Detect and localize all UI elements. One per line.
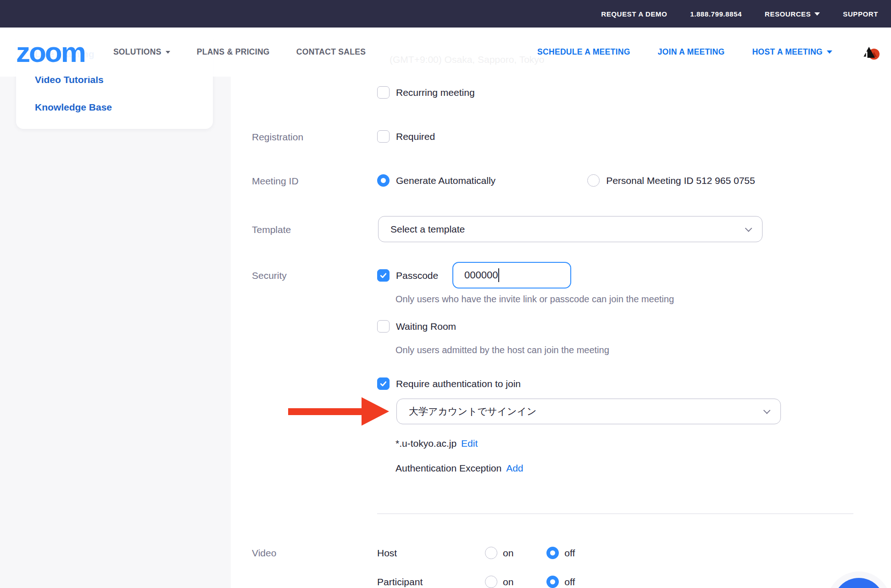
video-label: Video xyxy=(252,548,276,559)
passcode-row: Passcode xyxy=(377,269,438,282)
request-demo-link[interactable]: REQUEST A DEMO xyxy=(601,10,667,18)
top-utility-bar: REQUEST A DEMO 1.888.799.8854 RESOURCES … xyxy=(0,0,891,28)
passcode-value: 000000 xyxy=(464,269,498,281)
chevron-down-icon xyxy=(745,225,752,232)
participant-video-on-label: on xyxy=(503,577,513,588)
nav-solutions[interactable]: SOLUTIONS xyxy=(113,47,170,57)
primary-nav: SOLUTIONS PLANS & PRICING CONTACT SALES xyxy=(113,47,366,57)
red-arrow-annotation xyxy=(288,394,391,429)
main-header: zoom SOLUTIONS PLANS & PRICING CONTACT S… xyxy=(0,28,891,77)
meeting-nav: SCHEDULE A MEETING JOIN A MEETING HOST A… xyxy=(537,43,880,61)
resources-menu[interactable]: RESOURCES xyxy=(765,10,820,18)
passcode-helper-text: Only users who have the invite link or p… xyxy=(395,294,674,305)
nav-plans-pricing[interactable]: PLANS & PRICING xyxy=(197,47,270,57)
registration-row: Required xyxy=(377,130,435,143)
text-cursor xyxy=(498,268,499,282)
auth-domain-row: *.u-tokyo.ac.jp Edit xyxy=(395,438,478,449)
auth-exception-label: Authentication Exception xyxy=(395,463,501,474)
auth-method-select[interactable]: 大学アカウントでサインイン xyxy=(396,399,781,424)
waiting-room-label: Waiting Room xyxy=(396,321,456,332)
auth-domain-value: *.u-tokyo.ac.jp xyxy=(395,438,457,449)
personal-meeting-id-label: Personal Meeting ID 512 965 0755 xyxy=(606,175,755,186)
check-icon xyxy=(379,380,387,388)
video-host-row: Host on off xyxy=(377,547,575,559)
profile-avatar[interactable] xyxy=(860,43,880,61)
chevron-down-icon xyxy=(814,12,820,16)
participant-video-off-label: off xyxy=(564,577,575,588)
meeting-id-label: Meeting ID xyxy=(252,176,299,187)
nav-contact-sales[interactable]: CONTACT SALES xyxy=(296,47,366,57)
section-divider xyxy=(377,513,853,514)
require-auth-checkbox[interactable] xyxy=(377,377,390,390)
resources-label: RESOURCES xyxy=(765,10,811,18)
host-meeting-menu[interactable]: HOST A MEETING xyxy=(752,47,832,57)
support-link[interactable]: SUPPORT xyxy=(843,10,878,18)
generate-automatically-radio[interactable] xyxy=(377,174,390,187)
chevron-down-icon xyxy=(827,50,832,54)
passcode-input[interactable]: 000000 xyxy=(452,262,571,288)
join-meeting-link[interactable]: JOIN A MEETING xyxy=(658,47,725,57)
recurring-meeting-checkbox[interactable] xyxy=(377,86,390,99)
host-video-on-radio[interactable] xyxy=(485,547,497,559)
auth-method-value: 大学アカウントでサインイン xyxy=(409,405,536,418)
auth-exception-row: Authentication Exception Add xyxy=(395,463,523,474)
require-auth-label: Require authentication to join xyxy=(396,378,521,389)
schedule-meeting-link[interactable]: SCHEDULE A MEETING xyxy=(537,47,630,57)
participant-video-on-radio[interactable] xyxy=(485,576,497,588)
waiting-room-row: Waiting Room xyxy=(377,320,456,333)
page: (GMT+9:00) Osaka, Sapporo, Tokyo Live Tr… xyxy=(0,0,891,588)
solutions-label: SOLUTIONS xyxy=(113,47,161,57)
require-auth-row: Require authentication to join xyxy=(377,377,521,390)
sidebar-item-knowledge-base[interactable]: Knowledge Base xyxy=(35,102,112,113)
recurring-meeting-row: Recurring meeting xyxy=(377,86,475,99)
registration-label: Registration xyxy=(252,132,303,143)
chevron-down-icon xyxy=(763,407,771,414)
chevron-down-icon xyxy=(166,51,170,54)
host-video-on-label: on xyxy=(503,548,513,559)
recurring-meeting-label: Recurring meeting xyxy=(396,87,475,98)
host-video-off-radio[interactable] xyxy=(546,547,559,559)
participant-video-off-radio[interactable] xyxy=(546,576,559,588)
video-host-label: Host xyxy=(377,548,485,559)
personal-meeting-id-radio[interactable] xyxy=(587,174,600,187)
auth-domain-edit-link[interactable]: Edit xyxy=(461,438,478,449)
passcode-checkbox[interactable] xyxy=(377,269,390,282)
video-participant-label: Participant xyxy=(377,577,485,588)
template-select[interactable]: Select a template xyxy=(378,216,763,242)
auth-exception-add-link[interactable]: Add xyxy=(506,463,523,474)
phone-number[interactable]: 1.888.799.8854 xyxy=(690,10,742,18)
template-label: Template xyxy=(252,224,291,235)
registration-required-label: Required xyxy=(396,131,435,142)
host-video-off-label: off xyxy=(564,548,575,559)
zoom-logo[interactable]: zoom xyxy=(16,38,85,67)
meeting-id-row: Generate Automatically Personal Meeting … xyxy=(377,174,755,187)
host-meeting-label: HOST A MEETING xyxy=(752,47,823,57)
video-participant-row: Participant on off xyxy=(377,576,575,588)
template-value: Select a template xyxy=(390,224,465,235)
check-icon xyxy=(379,272,387,279)
generate-automatically-label: Generate Automatically xyxy=(396,175,496,186)
waiting-room-helper-text: Only users admitted by the host can join… xyxy=(395,345,609,355)
security-label: Security xyxy=(252,270,287,281)
registration-required-checkbox[interactable] xyxy=(377,130,390,143)
waiting-room-checkbox[interactable] xyxy=(377,320,390,333)
passcode-label: Passcode xyxy=(396,270,438,281)
